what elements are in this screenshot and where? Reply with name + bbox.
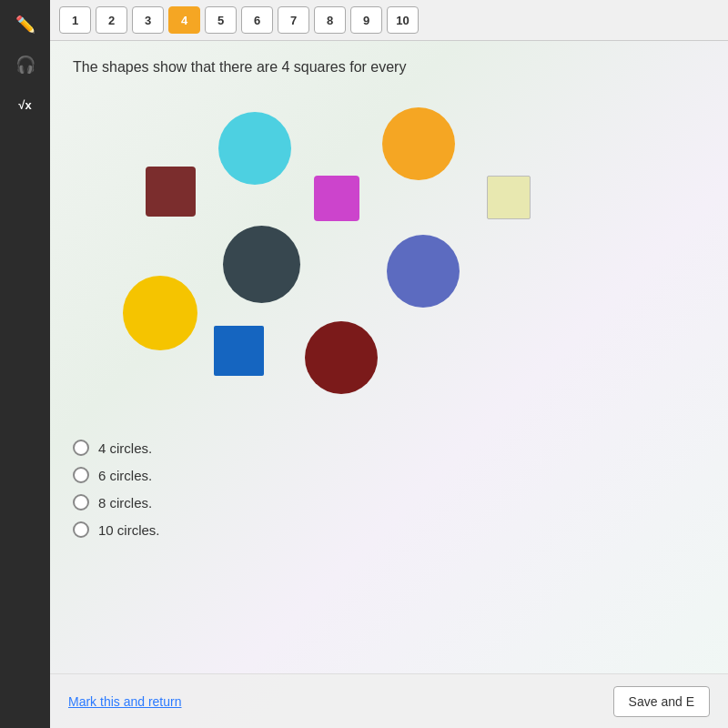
tab-7[interactable]: 7 (278, 6, 309, 34)
tab-bar: 12345678910 (50, 0, 728, 41)
shape-bluepurple-circle (387, 235, 460, 308)
shape-cyan-circle (218, 112, 291, 185)
radio-8-circles[interactable] (73, 494, 89, 511)
shape-gold-circle-top (382, 107, 455, 180)
shape-yellow-circle (123, 276, 197, 350)
shape-lightyellow-square (487, 176, 531, 219)
option-6-circles[interactable]: 6 circles. (73, 467, 705, 483)
headphones-icon[interactable]: 🎧 (8, 47, 43, 82)
option-8-circles[interactable]: 8 circles. (73, 494, 705, 511)
tab-6[interactable]: 6 (241, 6, 273, 34)
shape-darkred-circle (305, 321, 378, 394)
main-content: The shapes show that there are 4 squares… (50, 41, 728, 728)
shape-blue-square (214, 326, 264, 376)
option-10-label: 10 circles. (98, 522, 160, 538)
shape-darkred-square (146, 167, 196, 217)
formula-icon[interactable]: √x (8, 87, 43, 122)
shape-magenta-square (314, 176, 359, 221)
sidebar: ✏️ 🎧 √x (0, 0, 50, 728)
option-4-circles[interactable]: 4 circles. (73, 440, 705, 456)
tab-8[interactable]: 8 (314, 6, 346, 34)
mark-return-link[interactable]: Mark this and return (68, 694, 182, 709)
shape-darkgray-circle (223, 226, 300, 303)
save-button[interactable]: Save and E (613, 686, 710, 717)
tab-4[interactable]: 4 (168, 6, 200, 34)
tab-3[interactable]: 3 (132, 6, 164, 34)
option-6-label: 6 circles. (98, 468, 152, 483)
radio-10-circles[interactable] (73, 521, 89, 538)
option-8-label: 8 circles. (98, 495, 152, 511)
tab-1[interactable]: 1 (59, 6, 91, 34)
option-10-circles[interactable]: 10 circles. (73, 521, 705, 538)
question-text: The shapes show that there are 4 squares… (73, 59, 705, 76)
tab-10[interactable]: 10 (387, 6, 419, 34)
shapes-area (73, 94, 705, 421)
options-area: 4 circles. 6 circles. 8 circles. 10 circ… (73, 440, 705, 538)
tab-2[interactable]: 2 (96, 6, 127, 34)
radio-4-circles[interactable] (73, 440, 89, 456)
tab-5[interactable]: 5 (205, 6, 237, 34)
tab-9[interactable]: 9 (350, 6, 382, 34)
pencil-icon[interactable]: ✏️ (8, 7, 43, 42)
radio-6-circles[interactable] (73, 467, 89, 483)
bottom-bar: Mark this and return Save and E (50, 673, 728, 728)
option-4-label: 4 circles. (98, 440, 152, 456)
